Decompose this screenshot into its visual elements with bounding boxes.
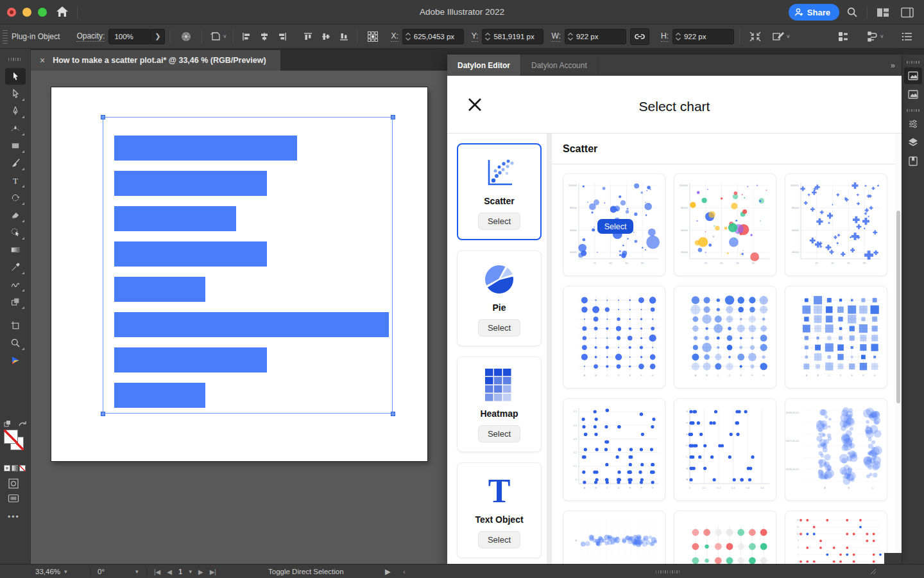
h-input[interactable]: 922 px [672,29,734,44]
chart-thumbnail-colorgrid[interactable] [674,511,776,564]
workspace-switcher-icon[interactable] [900,5,915,19]
shape-builder-tool[interactable] [5,224,26,241]
edit-clipping-path-icon[interactable]: ˅ [767,28,795,45]
menu-list-icon[interactable] [898,28,916,45]
selection-handle[interactable] [101,115,105,119]
chart-thumbnail-strips[interactable]: 0.50.40.30.20.10ABCDEFG [563,398,665,501]
none-button[interactable] [19,465,26,471]
document-tab[interactable]: × How to make a scatter plot.ai* @ 33,46… [31,50,280,71]
select-chart-type-button[interactable]: Select [478,319,520,337]
sidebar-scrollbar[interactable] [547,134,552,564]
close-document-icon[interactable]: × [40,55,45,66]
chart-thumbnail-jitterbands[interactable]: BA [563,511,665,564]
workspace-flow-icon[interactable]: ˅ [861,28,889,45]
rotate-tool[interactable] [5,189,26,206]
align-left-icon[interactable] [239,28,254,45]
eraser-tool[interactable] [5,207,26,223]
first-artboard-icon[interactable]: |◀ [154,568,160,575]
color-button[interactable] [4,465,10,471]
share-button[interactable]: Share [789,4,839,21]
reference-point-icon[interactable] [364,28,382,45]
direct-selection-tool[interactable] [5,85,26,102]
rectangle-tool[interactable] [5,137,26,154]
chart-thumbnail-plus[interactable]: 10000080000600004000020406080 [785,173,887,276]
align-middle-v-icon[interactable] [318,28,334,45]
w-input[interactable]: 922 px [565,29,626,44]
selection-tool[interactable] [5,68,26,85]
selection-handle[interactable] [391,115,395,119]
panel-overflow-icon[interactable]: » [891,55,895,76]
artboard-number[interactable]: 1 [178,568,182,575]
screen-mode-icon[interactable] [8,493,19,506]
align-bottom-icon[interactable] [336,28,352,45]
resize-grip-icon[interactable] [870,565,877,578]
gallery-scrollbar[interactable] [895,134,902,564]
datylon-tool[interactable] [5,352,26,369]
chart-type-card-heatmap[interactable]: HeatmapSelect [457,356,542,452]
chart-type-card-pie[interactable]: PieSelect [457,250,542,346]
more-tools-icon[interactable]: ••• [8,512,20,521]
curvature-tool[interactable] [5,120,26,137]
eyedropper-tool[interactable] [5,259,26,276]
gradient-button[interactable] [12,465,18,471]
chart-thumbnail-bubblegrid[interactable]: ABCDEFG [674,286,776,389]
chart-thumbnail-dotrows[interactable]: 00.10.20.30.40.5GFEDCBA [674,398,776,501]
align-center-h-icon[interactable] [257,28,272,45]
selection-handle[interactable] [391,412,395,416]
select-chart-type-button[interactable]: Select [478,425,520,442]
isolate-object-icon[interactable]: ˅ [209,28,227,45]
chart-thumbnail-bubbles[interactable]: 10000080000600004000020406080Select [563,173,665,276]
arrange-documents-icon[interactable] [875,5,891,19]
symbols-tool[interactable] [5,293,26,310]
selection-bounding-box[interactable] [103,117,393,414]
chart-thumbnail-matrix[interactable]: 121110987654321 [785,511,887,564]
toolbar-grip[interactable] [8,58,22,61]
next-artboard-icon[interactable]: ▶ [198,568,203,575]
properties-quick-icon[interactable] [834,28,852,45]
properties-panel[interactable] [904,116,922,132]
libraries-panel[interactable] [904,153,922,170]
canvas-area[interactable] [31,71,447,564]
panel-tab-datylon-account[interactable]: Datylon Account [521,55,598,76]
opacity-dropdown-icon[interactable]: ❯ [151,29,165,44]
panel-tab-datylon-editor[interactable]: Datylon Editor [447,55,521,76]
opacity-label[interactable]: Opacity: [76,31,105,42]
datylon-charts-panel[interactable] [904,67,922,84]
draw-mode-icon[interactable] [8,478,19,492]
rotation-select[interactable]: 0°▾ [98,565,139,578]
fill-swatch-none[interactable] [4,430,18,444]
dock-grip[interactable] [907,61,920,64]
select-chart-type-button[interactable]: Select [478,531,520,548]
chart-thumbnail-beeswarm[interactable]: 2018-01-012017-01-012016-01-01ABC [785,398,887,501]
search-icon[interactable] [844,5,860,19]
dock-grip[interactable] [907,109,920,112]
align-top-icon[interactable] [300,28,316,45]
y-input[interactable]: 581,9191 px [482,29,543,44]
chevron-down-icon[interactable]: ▾ [189,568,192,575]
previous-artboard-icon[interactable]: ◀ [167,568,172,575]
fill-stroke-mini-icon[interactable] [4,419,13,426]
paintbrush-tool[interactable] [5,155,26,171]
select-chart-type-button[interactable]: Select [478,213,520,230]
align-right-icon[interactable] [275,28,290,45]
layers-panel[interactable] [904,134,922,151]
panel-bottom-grip[interactable] [656,570,681,574]
zoom-tool[interactable] [5,335,26,351]
gradient-tool[interactable] [5,241,26,258]
chart-thumbnail-dotgrid[interactable]: ABCDEFG [563,286,665,389]
artboard-tool[interactable] [5,317,26,334]
type-tool[interactable]: T [5,172,26,189]
chart-type-card-scatter[interactable]: ScatterSelect [457,143,542,240]
x-input[interactable]: 625,0453 px [402,29,464,44]
zoom-level-select[interactable]: 33,46%▾ [35,565,67,578]
pen-tool[interactable] [5,103,26,119]
shared-dimensions-icon[interactable] [746,28,764,45]
controlbar-grip[interactable] [3,30,8,44]
shaper-tool[interactable] [5,276,26,293]
chart-thumbnail-bubbles[interactable]: 10000080000600004000020406080 [674,173,776,276]
chart-type-card-text-object[interactable]: TText ObjectSelect [457,462,542,558]
chart-thumbnail-squaregrid[interactable]: ABCDEFG [785,286,887,389]
collapse-icon[interactable]: ‹ [403,565,406,578]
selection-handle[interactable] [101,412,105,416]
datylon-resources-panel[interactable] [904,86,922,103]
